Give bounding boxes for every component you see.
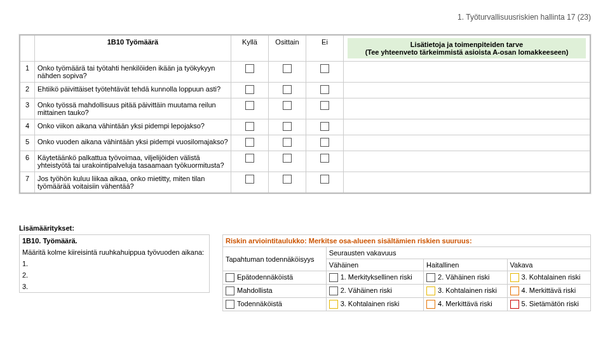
- checkbox-yes[interactable]: [245, 154, 254, 163]
- checkbox-risk[interactable]: [510, 286, 519, 295]
- checkbox-partial[interactable]: [283, 175, 292, 184]
- col-no: Ei: [306, 35, 344, 62]
- sev-col-harmful: Haitallinen: [424, 259, 507, 271]
- risk-value: 2. Vähäinen riski: [438, 273, 489, 281]
- question-number: 6: [20, 151, 35, 172]
- risk-table-title: Riskin arviointitaulukko: Merkitse osa-a…: [223, 235, 591, 247]
- page-header: 1. Työturvallisuusriskien hallinta 17 (2…: [19, 13, 591, 22]
- sev-col-severe: Vakava: [507, 259, 590, 271]
- checkbox-partial[interactable]: [283, 154, 292, 163]
- priority-row[interactable]: 1.: [20, 258, 210, 269]
- checkbox-probability[interactable]: [226, 286, 234, 295]
- question-row: 6Käytetäänkö palkattua työvoimaa, viljel…: [20, 151, 590, 172]
- checkbox-partial[interactable]: [283, 101, 292, 110]
- col-yes: Kyllä: [231, 35, 269, 62]
- risk-row: Todennäköistä3. Kohtalainen riski4. Merk…: [223, 298, 591, 311]
- question-number: 3: [20, 98, 35, 119]
- question-number: 5: [20, 135, 35, 151]
- probability-value: Epätodennäköistä: [237, 273, 293, 281]
- question-text: Käytetäänkö palkattua työvoimaa, viljeli…: [35, 151, 231, 172]
- left-definition-box: 1B10. Työmäärä. Määritä kolme kiireisint…: [19, 234, 210, 293]
- checkbox-risk[interactable]: [426, 300, 435, 309]
- risk-row: Epätodennäköistä1. Merkityksellinen risk…: [223, 271, 591, 285]
- question-row: 3Onko työssä mahdollisuus pitää päivittä…: [20, 98, 590, 119]
- risk-value: 1. Merkityksellinen riski: [341, 273, 412, 281]
- section-title: 1B10 Työmäärä: [35, 35, 231, 62]
- checkbox-probability[interactable]: [226, 300, 234, 309]
- left-title: 1B10. Työmäärä.: [20, 235, 210, 247]
- checkbox-risk[interactable]: [426, 286, 435, 295]
- question-row: 2Ehtiikö päivittäiset työtehtävät tehdä …: [20, 83, 590, 98]
- info-line2: (Tee yhteenveto tärkeimmistä asioista A-…: [351, 48, 582, 56]
- info-line1: Lisätietoja ja toimenpiteiden tarve: [351, 41, 582, 48]
- checkbox-risk[interactable]: [510, 300, 519, 309]
- risk-value: 2. Vähäinen riski: [341, 286, 392, 294]
- checkbox-yes[interactable]: [245, 175, 254, 184]
- risk-value: 5. Sietämätön riski: [522, 300, 579, 307]
- checkbox-yes[interactable]: [245, 85, 254, 94]
- question-number: 4: [20, 119, 35, 135]
- risk-row: Mahdollista2. Vähäinen riski3. Kohtalain…: [223, 285, 591, 298]
- col-partial: Osittain: [269, 35, 306, 62]
- checkbox-no[interactable]: [320, 122, 329, 131]
- checkbox-no[interactable]: [320, 154, 329, 163]
- info-input-cell[interactable]: [344, 151, 591, 172]
- left-instruction: Määritä kolme kiireisintä ruuhkahuippua …: [20, 246, 210, 258]
- probability-label: Tapahtuman todennäköisyys: [223, 247, 327, 271]
- question-number: 7: [20, 172, 35, 194]
- question-number: 2: [20, 83, 35, 98]
- checkbox-no[interactable]: [320, 138, 329, 147]
- checkbox-no[interactable]: [320, 175, 329, 184]
- risk-value: 3. Kohtalainen riski: [522, 273, 581, 281]
- question-text: Onko työssä mahdollisuus pitää päivittäi…: [35, 98, 231, 119]
- checkbox-partial[interactable]: [283, 122, 292, 131]
- checkbox-no[interactable]: [320, 101, 329, 110]
- question-text: Onko työmäärä tai työtahti henkilöiden i…: [35, 62, 231, 83]
- checkbox-yes[interactable]: [245, 138, 254, 147]
- question-text: Jos työhön kuluu liikaa aikaa, onko miet…: [35, 172, 231, 194]
- question-row: 1Onko työmäärä tai työtahti henkilöiden …: [20, 62, 590, 83]
- extra-definitions-header: Lisämääritykset:: [19, 224, 591, 232]
- info-input-cell[interactable]: [344, 172, 591, 194]
- risk-value: 3. Kohtalainen riski: [438, 286, 497, 294]
- question-number: 1: [20, 62, 35, 83]
- severity-label: Seurausten vakavuus: [326, 247, 590, 259]
- question-row: 4Onko viikon aikana vähintään yksi pidem…: [20, 119, 590, 135]
- checkbox-partial[interactable]: [283, 64, 292, 73]
- question-text: Onko vuoden aikana vähintään yksi pidemp…: [35, 135, 231, 151]
- question-text: Onko viikon aikana vähintään yksi pidemp…: [35, 119, 231, 135]
- checkbox-no[interactable]: [320, 85, 329, 94]
- checkbox-risk[interactable]: [426, 273, 435, 282]
- checkbox-yes[interactable]: [245, 101, 254, 110]
- priority-row[interactable]: 2.: [20, 269, 210, 281]
- info-input-cell[interactable]: [344, 98, 591, 119]
- checkbox-partial[interactable]: [283, 138, 292, 147]
- checkbox-risk[interactable]: [510, 273, 519, 282]
- risk-value: 3. Kohtalainen riski: [341, 300, 400, 307]
- info-input-cell[interactable]: [344, 62, 591, 83]
- checkbox-risk[interactable]: [329, 286, 338, 295]
- info-input-cell[interactable]: [344, 119, 591, 135]
- checkbox-risk[interactable]: [329, 273, 338, 282]
- risk-value: 4. Merkittävä riski: [522, 286, 576, 294]
- checkbox-probability[interactable]: [226, 273, 234, 282]
- info-input-cell[interactable]: [344, 83, 591, 98]
- sev-col-minor: Vähäinen: [326, 259, 423, 271]
- info-input-cell[interactable]: [344, 135, 591, 151]
- checkbox-yes[interactable]: [245, 64, 254, 73]
- risk-assessment-table: Riskin arviointitaulukko: Merkitse osa-a…: [222, 234, 591, 311]
- question-row: 5Onko vuoden aikana vähintään yksi pidem…: [20, 135, 590, 151]
- question-row: 7Jos työhön kuluu liikaa aikaa, onko mie…: [20, 172, 590, 194]
- probability-value: Todennäköistä: [237, 300, 282, 307]
- checkbox-partial[interactable]: [283, 85, 292, 94]
- checkbox-no[interactable]: [320, 64, 329, 73]
- lower-section: 1B10. Työmäärä. Määritä kolme kiireisint…: [19, 234, 591, 311]
- checkbox-risk[interactable]: [329, 300, 338, 309]
- main-questionnaire-table: 1B10 Työmäärä Kyllä Osittain Ei Lisätiet…: [19, 34, 591, 194]
- checkbox-yes[interactable]: [245, 122, 254, 131]
- priority-row[interactable]: 3.: [20, 281, 210, 293]
- risk-value: 4. Merkittävä riski: [438, 300, 492, 307]
- info-header: Lisätietoja ja toimenpiteiden tarve (Tee…: [348, 38, 586, 58]
- probability-value: Mahdollista: [237, 286, 273, 294]
- question-text: Ehtiikö päivittäiset työtehtävät tehdä k…: [35, 83, 231, 98]
